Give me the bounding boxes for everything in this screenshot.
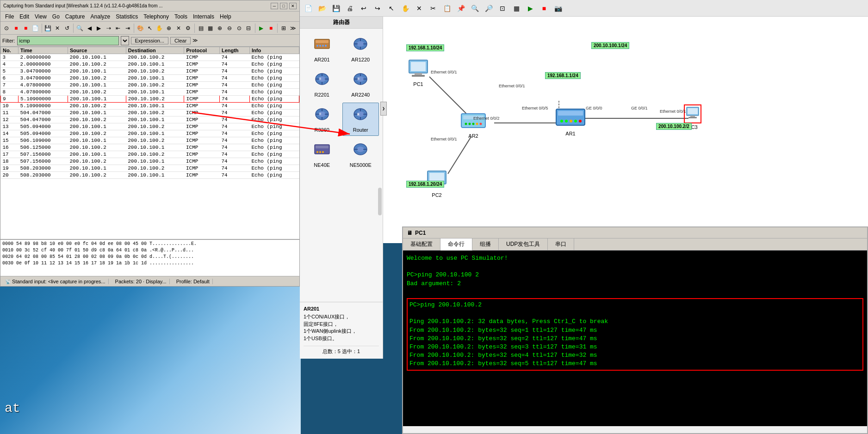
tab-command-line[interactable]: 命令行 xyxy=(440,238,472,251)
ensp-btn-start[interactable]: ▶ xyxy=(524,2,537,15)
toolbar-btn-start[interactable]: ⊙ xyxy=(2,23,11,33)
toolbar-btn-hand[interactable]: ✋ xyxy=(155,23,164,33)
table-row[interactable]: 11504.047000200.10.100.1200.10.100.2ICMP… xyxy=(1,110,299,116)
toolbar-btn-stop2[interactable]: ■ xyxy=(267,23,275,33)
toolbar-btn-zoom2[interactable]: ⊖ xyxy=(225,23,234,33)
ensp-btn-save[interactable]: 💾 xyxy=(329,2,342,15)
toolbar-btn-last[interactable]: ⇥ xyxy=(124,23,132,33)
toolbar-btn-settings[interactable]: ⚙ xyxy=(184,23,192,33)
ensp-btn-undo[interactable]: ↩ xyxy=(357,2,370,15)
filter-dropdown[interactable] xyxy=(121,36,129,45)
table-row[interactable]: 74.07800000200.10.100.1200.10.100.2ICMP7… xyxy=(1,82,299,89)
node-pc1[interactable]: PC1 xyxy=(406,58,430,87)
table-row[interactable]: 53.04700000200.10.100.1200.10.100.2ICMP7… xyxy=(1,68,299,75)
ensp-btn-cursor[interactable]: ↖ xyxy=(385,2,398,15)
menu-help[interactable]: Help xyxy=(217,12,234,21)
network-canvas[interactable]: 192.168.1.10/24 192.168.1.1/24 200.10.10… xyxy=(383,17,868,243)
terminal-output[interactable]: Welcome to use PC Simulator! PC>ping 200… xyxy=(403,251,867,426)
ensp-btn-capture[interactable]: 📷 xyxy=(552,2,564,15)
toolbar-btn-back[interactable]: ◀ xyxy=(85,23,94,33)
toolbar-btn-zoom[interactable]: ⊕ xyxy=(216,23,224,33)
table-row[interactable]: 13505.094000200.10.100.1200.10.100.2ICMP… xyxy=(1,123,299,130)
device-r2201[interactable]: R R2201 xyxy=(304,67,341,101)
toolbar-btn-extra[interactable]: ⊞ xyxy=(279,23,288,33)
table-row[interactable]: 15506.109000200.10.100.1200.10.100.2ICMP… xyxy=(1,137,299,144)
toolbar-btn-save[interactable]: 💾 xyxy=(43,23,52,33)
table-row[interactable]: 105.10900000200.10.100.2200.10.100.1ICMP… xyxy=(1,103,299,110)
device-ne40e[interactable]: NE40E xyxy=(304,138,341,171)
device-r3260[interactable]: R R3260 xyxy=(304,103,341,136)
ensp-btn-zoomout[interactable]: 🔎 xyxy=(482,2,495,15)
table-row[interactable]: 84.07800000200.10.100.2200.10.100.1ICMP7… xyxy=(1,89,299,96)
menu-go[interactable]: Go xyxy=(50,12,62,21)
minimize-button[interactable]: ─ xyxy=(271,3,278,9)
toolbar-btn-find[interactable]: 🔍 xyxy=(75,23,84,33)
table-row[interactable]: 18507.156000200.10.100.2200.10.100.1ICMP… xyxy=(1,158,299,165)
ensp-btn-new[interactable]: 📄 xyxy=(302,2,315,15)
node-ar2[interactable]: AR2 xyxy=(459,109,487,139)
menu-analyze[interactable]: Analyze xyxy=(88,12,113,21)
node-ar1[interactable]: AR1 xyxy=(554,104,587,136)
toolbar-btn-zoom-in[interactable]: ⊕ xyxy=(165,23,174,33)
toolbar-btn-close[interactable]: ✕ xyxy=(53,23,62,33)
toolbar-btn-stop[interactable]: ■ xyxy=(12,23,21,33)
ensp-btn-cut[interactable]: ✂ xyxy=(427,2,440,15)
toolbar-btn-reload[interactable]: ↺ xyxy=(63,23,72,33)
toolbar-btn-cols2[interactable]: ▦ xyxy=(206,23,215,33)
tab-serial[interactable]: 串口 xyxy=(548,238,574,250)
ensp-btn-hand[interactable]: ✋ xyxy=(399,2,412,15)
table-row[interactable]: 95.10900000200.10.100.1200.10.100.2ICMP7… xyxy=(1,96,299,103)
ensp-btn-grid[interactable]: ▦ xyxy=(510,2,523,15)
ensp-btn-stop[interactable]: ■ xyxy=(538,2,551,15)
close-button[interactable]: ✕ xyxy=(289,3,297,9)
ensp-btn-paste[interactable]: 📌 xyxy=(454,2,467,15)
table-row[interactable]: 17507.156000200.10.100.1200.10.100.2ICMP… xyxy=(1,151,299,158)
device-ar2240[interactable]: R AR2240 xyxy=(342,67,379,101)
toolbar-btn-color[interactable]: 🎨 xyxy=(136,23,145,33)
menu-tools[interactable]: Tools xyxy=(172,12,190,21)
toolbar-btn-restart[interactable]: ■ xyxy=(21,23,30,33)
menu-capture[interactable]: Capture xyxy=(62,12,88,21)
toolbar-btn-zoom4[interactable]: ⊟ xyxy=(244,23,253,33)
ensp-btn-fit[interactable]: ⊡ xyxy=(496,2,509,15)
ensp-btn-copy[interactable]: 📋 xyxy=(440,2,453,15)
table-row[interactable]: 16506.125000200.10.100.2200.10.100.1ICMP… xyxy=(1,144,299,151)
menu-telephony[interactable]: Telephony xyxy=(141,12,172,21)
device-ne5000e[interactable]: NE5000E xyxy=(342,138,379,171)
device-router[interactable]: R Router xyxy=(342,103,379,136)
table-row[interactable]: 42.00000000200.10.100.2200.10.100.1ICMP7… xyxy=(1,61,299,68)
filter-input[interactable] xyxy=(17,36,119,45)
toolbar-btn-goto[interactable]: ⇢ xyxy=(104,23,113,33)
ensp-btn-delete[interactable]: ✕ xyxy=(413,2,426,15)
ensp-btn-print[interactable]: 🖨 xyxy=(343,2,356,15)
menu-file[interactable]: File xyxy=(2,12,17,21)
toolbar-btn-open[interactable]: 📄 xyxy=(31,23,40,33)
table-row[interactable]: 32.00000000200.10.100.1200.10.100.2ICMP7… xyxy=(1,54,299,61)
menu-view[interactable]: View xyxy=(32,12,50,21)
panel-collapse-btn[interactable]: ❯ xyxy=(380,102,387,116)
toolbar-btn-close2[interactable]: ✕ xyxy=(174,23,183,33)
table-row[interactable]: 12504.047000200.10.100.2200.10.100.1ICMP… xyxy=(1,116,299,123)
tab-udp-tool[interactable]: UDP发包工具 xyxy=(499,238,548,250)
table-row[interactable]: 14505.094000200.10.100.2200.10.100.1ICMP… xyxy=(1,130,299,137)
tab-multicast[interactable]: 组播 xyxy=(472,238,499,250)
toolbar-btn-play[interactable]: ▶ xyxy=(257,23,266,33)
table-row[interactable]: 19508.203000200.10.100.1200.10.100.2ICMP… xyxy=(1,165,299,172)
menu-statistics[interactable]: Statistics xyxy=(113,12,141,21)
toolbar-btn-cols[interactable]: ▤ xyxy=(197,23,205,33)
ensp-btn-zoomin[interactable]: 🔍 xyxy=(468,2,481,15)
scrollbar[interactable] xyxy=(378,188,382,215)
tab-basic-config[interactable]: 基础配置 xyxy=(403,238,440,250)
table-row[interactable]: 20508.203000200.10.100.2200.10.100.1ICMP… xyxy=(1,172,299,179)
toolbar-btn-first[interactable]: ⇤ xyxy=(114,23,123,33)
maximize-button[interactable]: □ xyxy=(280,3,287,9)
ensp-btn-open[interactable]: 📂 xyxy=(316,2,329,15)
toolbar-btn-extra2[interactable]: ≫ xyxy=(289,23,298,33)
toolbar-btn-cursor[interactable]: ↖ xyxy=(146,23,155,33)
menu-internals[interactable]: Internals xyxy=(190,12,217,21)
table-row[interactable]: 63.04700000200.10.100.2200.10.100.1ICMP7… xyxy=(1,75,299,82)
expression-button[interactable]: Expression... xyxy=(131,37,169,44)
menu-edit[interactable]: Edit xyxy=(17,12,32,21)
ensp-btn-redo[interactable]: ↪ xyxy=(371,2,384,15)
device-ar1220[interactable]: AR1220 xyxy=(342,32,379,66)
